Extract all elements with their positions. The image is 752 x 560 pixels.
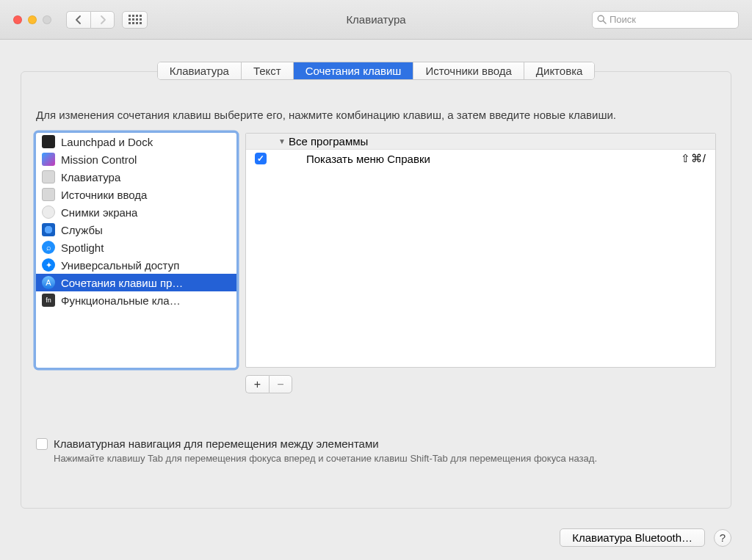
search-placeholder: Поиск: [610, 14, 636, 25]
tab-keyboard[interactable]: Клавиатура: [158, 62, 242, 79]
mission-control-icon: [42, 153, 55, 166]
category-screenshots[interactable]: Снимки экрана: [36, 203, 236, 221]
back-button[interactable]: [66, 11, 90, 29]
shortcut-enabled-checkbox[interactable]: ✓: [255, 153, 267, 164]
services-icon: [42, 223, 55, 236]
shortcut-label: Показать меню Справки: [306, 153, 430, 165]
category-list[interactable]: Launchpad и Dock Mission Control Клавиат…: [36, 133, 236, 368]
svg-line-1: [603, 21, 606, 23]
content: Клавиатура Текст Сочетания клавиш Источн…: [0, 40, 752, 515]
add-remove-group: + −: [245, 375, 292, 393]
category-mission-control[interactable]: Mission Control: [36, 150, 236, 168]
minimize-window-button[interactable]: [28, 15, 37, 24]
tab-dictation[interactable]: Диктовка: [524, 62, 595, 79]
spotlight-icon: ⌕: [42, 241, 55, 254]
category-launchpad[interactable]: Launchpad и Dock: [36, 133, 236, 150]
appstore-icon: A: [42, 276, 55, 289]
chevron-left-icon: [76, 15, 82, 24]
close-window-button[interactable]: [13, 15, 22, 24]
toolbar: Клавиатура Поиск: [0, 0, 752, 40]
tab-input[interactable]: Источники ввода: [413, 62, 524, 79]
hint-text: Для изменения сочетания клавиш выберите …: [36, 107, 716, 123]
category-function-keys[interactable]: fn Функциональные кла…: [36, 291, 236, 309]
launchpad-icon: [42, 135, 55, 148]
keyboard-nav-section: Клавиатурная навигация для перемещения м…: [36, 437, 716, 464]
preferences-window: Клавиатура Поиск Клавиатура Текст Сочета…: [0, 0, 752, 560]
footer: Клавиатура Bluetooth… ?: [0, 515, 752, 560]
fn-icon: fn: [42, 294, 55, 307]
input-source-icon: [42, 188, 55, 201]
window-title: Клавиатура: [346, 13, 405, 26]
remove-button[interactable]: −: [269, 375, 292, 393]
search-icon: [597, 15, 607, 24]
category-keyboard[interactable]: Клавиатура: [36, 168, 236, 186]
category-input-sources[interactable]: Источники ввода: [36, 186, 236, 203]
forward-button[interactable]: [90, 11, 115, 29]
screenshot-icon: [42, 206, 55, 219]
search-input[interactable]: Поиск: [592, 11, 739, 29]
category-spotlight[interactable]: ⌕ Spotlight: [36, 239, 236, 256]
shortcut-row[interactable]: ✓ Показать меню Справки ⇧⌘/: [246, 150, 715, 167]
accessibility-icon: ✦: [42, 258, 55, 272]
tab-text[interactable]: Текст: [242, 62, 294, 79]
keyboard-nav-label: Клавиатурная навигация для перемещения м…: [54, 437, 379, 450]
chevron-right-icon: [100, 15, 106, 24]
show-all-button[interactable]: [122, 11, 148, 29]
keyboard-icon: [42, 170, 55, 183]
shortcut-keys[interactable]: ⇧⌘/: [681, 152, 706, 165]
keyboard-nav-checkbox[interactable]: [36, 438, 48, 450]
disclosure-triangle-icon[interactable]: ▼: [278, 137, 286, 145]
keyboard-nav-sub: Нажимайте клавишу Tab для перемещения фо…: [54, 453, 716, 464]
help-button[interactable]: ?: [714, 529, 731, 547]
nav-buttons: [66, 11, 115, 29]
bluetooth-keyboard-button[interactable]: Клавиатура Bluetooth…: [560, 528, 705, 547]
maximize-window-button: [43, 15, 51, 24]
main-panel: Для изменения сочетания клавиш выберите …: [21, 71, 731, 509]
category-accessibility[interactable]: ✦ Универсальный доступ: [36, 256, 236, 274]
tab-shortcuts[interactable]: Сочетания клавиш: [294, 62, 414, 79]
shortcut-list[interactable]: ▼ Все программы ✓ Показать меню Справки …: [245, 133, 716, 368]
category-app-shortcuts[interactable]: A Сочетания клавиш пр…: [36, 274, 236, 291]
tab-bar: Клавиатура Текст Сочетания клавиш Источн…: [157, 62, 596, 80]
grid-icon: [129, 15, 142, 24]
shortcut-group-header[interactable]: ▼ Все программы: [246, 134, 715, 150]
add-button[interactable]: +: [245, 375, 269, 393]
traffic-lights: [13, 15, 51, 24]
category-services[interactable]: Службы: [36, 221, 236, 239]
